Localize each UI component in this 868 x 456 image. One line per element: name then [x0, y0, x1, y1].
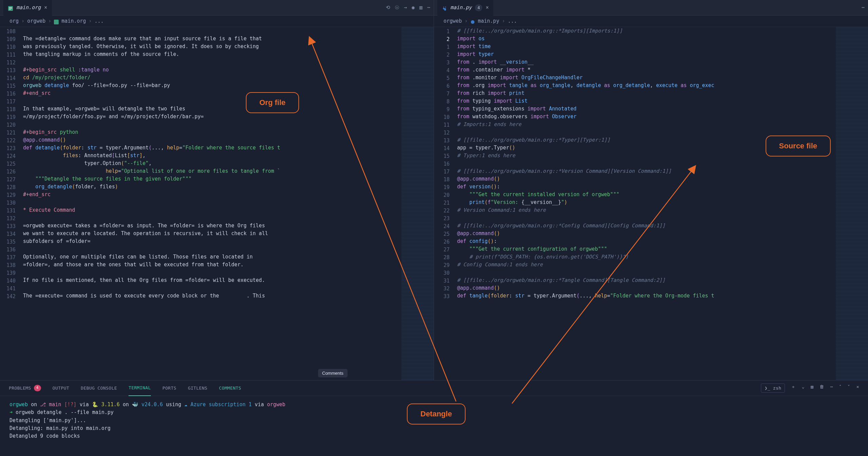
split-terminal-icon[interactable]: ▥ [811, 384, 813, 393]
maximize-icon[interactable]: ˄ [839, 384, 842, 393]
close-panel-icon[interactable]: × [856, 384, 859, 393]
org-file-icon [8, 5, 13, 10]
chevron-down-icon[interactable]: ⌄ [802, 384, 805, 393]
breadcrumb-right[interactable]: orgweb› main.py› ... [434, 16, 868, 27]
more-icon[interactable]: ⋯ [830, 384, 833, 393]
tab-bar-right: main.py 4 × ⋯ [434, 0, 868, 16]
tab-main-py[interactable]: main.py 4 × [437, 0, 493, 16]
diff-next-icon[interactable]: → [404, 4, 407, 12]
revert-icon[interactable]: ⟲ [386, 4, 390, 12]
tab-bar-left: main.org × ⟲ ⦾ → ◉ ▥ ⋯ [0, 0, 434, 16]
more-icon[interactable]: ⋯ [862, 4, 865, 12]
python-file-icon [470, 19, 475, 24]
tab-label: main.org [16, 4, 41, 12]
minimap-right[interactable] [836, 27, 868, 380]
bottom-panel: PROBLEMS 4 OUTPUT DEBUG CONSOLE TERMINAL… [0, 380, 868, 456]
editor-left: main.org × ⟲ ⦾ → ◉ ▥ ⋯ org› orgweb› main… [0, 0, 434, 380]
terminal[interactable]: orgweb on ⎇ main [!?] via 🐍 3.11.6 on 🐳 … [0, 396, 868, 456]
panel-tab-comments[interactable]: COMMENTS [219, 385, 241, 392]
terminal-output: Detangled 9 code blocks [9, 432, 859, 440]
editor-right: main.py 4 × ⋯ orgweb› main.py› ... 1# [[… [434, 0, 868, 380]
close-icon[interactable]: × [44, 4, 47, 12]
code-area-right[interactable]: 1# [[file:../org/orgweb/main.org::*Impor… [434, 27, 836, 380]
tab-label: main.py [450, 4, 472, 12]
breadcrumb-left[interactable]: org› orgweb› main.org› ... [0, 16, 434, 27]
split-editor-icon[interactable]: ▥ [419, 4, 422, 12]
tab-badge: 4 [475, 4, 482, 11]
python-file-icon [442, 5, 447, 10]
minimap-left[interactable] [401, 27, 434, 380]
trash-icon[interactable]: 🗑 [820, 384, 824, 393]
new-terminal-icon[interactable]: ＋ [791, 384, 795, 393]
tab-main-org[interactable]: main.org × [3, 0, 52, 16]
more-icon[interactable]: ⋯ [427, 4, 430, 12]
chevron-down-icon[interactable]: ˅ [848, 384, 850, 393]
org-file-icon [54, 19, 59, 24]
close-icon[interactable]: × [486, 4, 489, 12]
panel-tab-terminal[interactable]: TERMINAL [129, 380, 151, 396]
panel-tab-problems[interactable]: PROBLEMS 4 [9, 385, 41, 392]
terminal-command: ➜ orgweb detangle . --file main.py [9, 409, 859, 416]
svg-point-3 [471, 20, 475, 24]
svg-rect-1 [54, 20, 59, 24]
diff-prev-icon[interactable]: ⦾ [395, 4, 399, 12]
panel-tab-output[interactable]: OUTPUT [53, 385, 69, 392]
terminal-output: Detangling ['main.py']... [9, 417, 859, 424]
problems-badge: 4 [34, 385, 41, 391]
panel-tab-debug[interactable]: DEBUG CONSOLE [81, 385, 117, 392]
panel-tab-gitlens[interactable]: GITLENS [188, 385, 208, 392]
compare-icon[interactable]: ◉ [412, 4, 415, 12]
panel-tab-ports[interactable]: PORTS [162, 385, 176, 392]
terminal-icon: ❯_ [765, 385, 770, 392]
shell-picker[interactable]: ❯_ zsh [761, 384, 785, 393]
svg-point-2 [443, 6, 444, 7]
panel-tab-bar: PROBLEMS 4 OUTPUT DEBUG CONSOLE TERMINAL… [0, 380, 868, 396]
code-area-left[interactable]: 108109The =detangle= command does make s… [0, 27, 401, 380]
terminal-output: Detangling: main.py into main.org [9, 424, 859, 432]
terminal-prompt: orgweb on ⎇ main [!?] via 🐍 3.11.6 on 🐳 … [9, 401, 859, 409]
